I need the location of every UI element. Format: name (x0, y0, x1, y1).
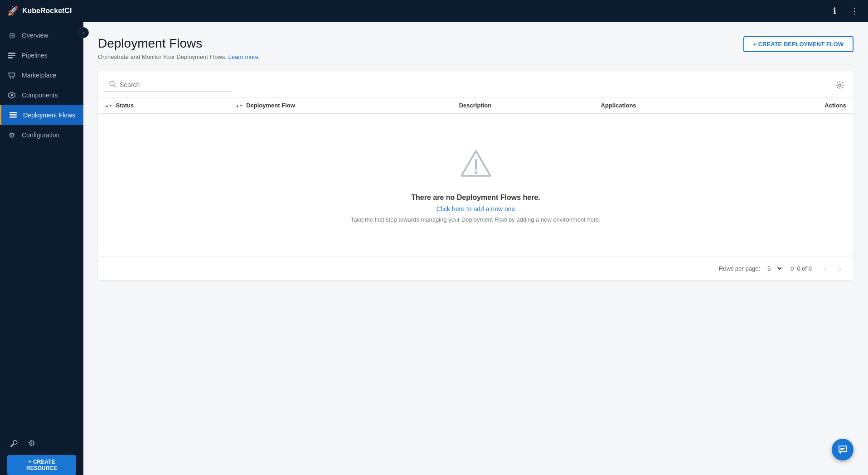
create-deployment-flow-button[interactable]: + CREATE DEPLOYMENT FLOW (743, 36, 853, 52)
sidebar-item-label-configuration: Configuration (22, 131, 59, 139)
sidebar-item-label-deployment-flows: Deployment Flows (23, 111, 75, 119)
sidebar-bottom-icons: ⚙ (7, 437, 76, 450)
search-icon (109, 80, 116, 89)
settings-icon-btn[interactable]: ⚙ (25, 437, 38, 450)
svg-rect-1 (8, 55, 15, 56)
search-wrapper (105, 78, 232, 92)
empty-description: Take the first step towards managing you… (114, 216, 837, 223)
col-deployment-flow-label: Deployment Flow (246, 102, 295, 109)
main-layout: ‹ ⊞ Overview Pipelines (0, 22, 868, 475)
header-actions: ℹ ⋮ (828, 5, 861, 17)
app-logo: 🚀 KubeRocketCI (7, 5, 828, 16)
col-description-label: Description (459, 102, 492, 109)
info-button[interactable]: ℹ (828, 5, 841, 17)
empty-add-link[interactable]: Click here to add a new one (114, 205, 837, 213)
more-icon: ⋮ (850, 6, 858, 16)
svg-rect-7 (10, 112, 17, 113)
page-header-left: Deployment Flows Orchestrate and Monitor… (98, 36, 260, 60)
pagination-buttons: ‹ › (819, 262, 846, 275)
page-subtitle: Orchestrate and Monitor Your Deployment … (98, 53, 260, 60)
table-settings-button[interactable] (834, 79, 846, 92)
logo-icon: 🚀 (7, 5, 19, 16)
deployment-flows-icon (9, 111, 18, 120)
page-subtitle-text: Orchestrate and Monitor Your Deployment … (98, 53, 227, 60)
sidebar-item-label-pipelines: Pipelines (22, 52, 48, 59)
empty-state: There are no Deployment Flows here. Clic… (105, 119, 846, 250)
svg-rect-0 (8, 53, 15, 54)
rows-per-page-label: Rows per page: (719, 265, 760, 272)
sidebar-item-label-marketplace: Marketplace (22, 72, 56, 79)
svg-point-3 (10, 78, 11, 79)
svg-rect-2 (8, 57, 13, 58)
svg-point-14 (475, 171, 477, 174)
col-deployment-flow[interactable]: ▲▼ Deployment Flow (228, 97, 452, 114)
pagination-bar: Rows per page: 5 10 25 0–0 of 0 ‹ › (98, 256, 853, 280)
empty-state-row: There are no Deployment Flows here. Clic… (98, 114, 853, 256)
deployment-flow-sort-icon: ▲▼ (236, 104, 243, 108)
col-applications: Applications (594, 97, 745, 114)
sidebar-item-deployment-flows[interactable]: Deployment Flows (0, 105, 83, 125)
svg-rect-9 (10, 116, 17, 118)
overview-icon: ⊞ (7, 31, 16, 40)
col-actions: Actions (744, 97, 853, 114)
sidebar-nav: ⊞ Overview Pipelines (0, 22, 83, 431)
status-sort-icon: ▲▼ (105, 104, 112, 108)
sidebar-bottom-section: ⚙ + CREATE RESOURCE (0, 431, 83, 475)
svg-point-6 (11, 94, 13, 97)
table-toolbar (98, 71, 853, 97)
col-description: Description (452, 97, 594, 114)
data-table: ▲▼ Status ▲▼ Deployment Flow Description… (98, 97, 853, 256)
app-name: KubeRocketCI (22, 7, 72, 15)
chat-fab-button[interactable] (832, 439, 853, 460)
col-applications-label: Applications (601, 102, 636, 109)
more-menu-button[interactable]: ⋮ (848, 5, 861, 17)
table-header-row: ▲▼ Status ▲▼ Deployment Flow Description… (98, 97, 853, 114)
table-body: There are no Deployment Flows here. Clic… (98, 114, 853, 256)
col-status[interactable]: ▲▼ Status (98, 97, 228, 114)
sidebar-item-configuration[interactable]: ⚙ Configuration (0, 125, 83, 145)
empty-state-cell: There are no Deployment Flows here. Clic… (98, 114, 853, 256)
next-page-button[interactable]: › (834, 262, 846, 275)
configuration-icon: ⚙ (7, 131, 16, 140)
svg-line-11 (114, 85, 116, 87)
sidebar: ‹ ⊞ Overview Pipelines (0, 22, 83, 475)
marketplace-icon (7, 71, 16, 80)
rows-per-page-select[interactable]: 5 10 25 (764, 264, 783, 273)
create-resource-button[interactable]: + CREATE RESOURCE (7, 455, 76, 475)
search-input[interactable] (120, 81, 228, 88)
pipelines-icon (7, 51, 16, 60)
svg-point-4 (13, 78, 14, 79)
wrench-icon-btn[interactable] (7, 437, 20, 450)
sidebar-item-pipelines[interactable]: Pipelines (0, 45, 83, 65)
sidebar-item-label-overview: Overview (22, 32, 48, 39)
page-range: 0–0 of 0 (790, 265, 812, 272)
info-icon: ℹ (833, 6, 836, 16)
main-content: Deployment Flows Orchestrate and Monitor… (83, 22, 868, 475)
sidebar-toggle[interactable]: ‹ (78, 27, 89, 38)
col-status-label: Status (116, 102, 134, 109)
learn-more-link[interactable]: Learn more. (228, 53, 260, 60)
page-title: Deployment Flows (98, 36, 260, 51)
prev-page-button[interactable]: ‹ (819, 262, 832, 275)
sidebar-item-components[interactable]: Components (0, 85, 83, 105)
top-header: 🚀 KubeRocketCI ℹ ⋮ (0, 0, 868, 22)
page-header: Deployment Flows Orchestrate and Monitor… (98, 36, 853, 60)
sidebar-item-label-components: Components (22, 92, 58, 99)
sidebar-item-marketplace[interactable]: Marketplace (0, 65, 83, 85)
col-actions-label: Actions (824, 102, 846, 109)
svg-rect-8 (10, 114, 17, 116)
svg-point-12 (839, 84, 841, 86)
rows-per-page: Rows per page: 5 10 25 (719, 264, 783, 273)
components-icon (7, 91, 16, 100)
empty-title: There are no Deployment Flows here. (114, 194, 837, 202)
warning-icon (458, 146, 494, 183)
sidebar-item-overview[interactable]: ⊞ Overview (0, 25, 83, 45)
table-container: ▲▼ Status ▲▼ Deployment Flow Description… (98, 71, 853, 280)
